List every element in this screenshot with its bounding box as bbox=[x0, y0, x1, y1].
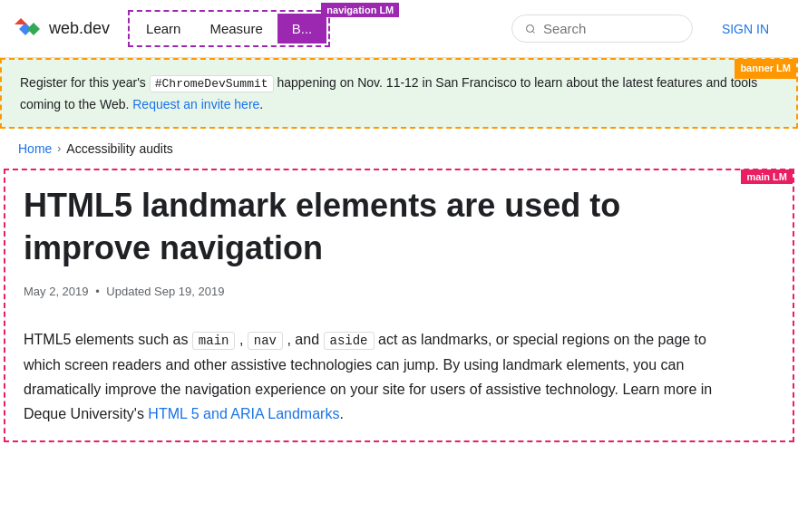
main-content: main LM HTML5 landmark elements are used… bbox=[4, 169, 794, 442]
banner-text-before: Register for this year's bbox=[20, 75, 150, 90]
search-input[interactable] bbox=[543, 21, 679, 36]
breadcrumb-home[interactable]: Home bbox=[18, 141, 52, 156]
search-area: SIGN IN bbox=[511, 15, 783, 44]
body-period: . bbox=[339, 406, 343, 421]
code-main: main bbox=[192, 332, 236, 350]
svg-point-0 bbox=[526, 24, 533, 32]
breadcrumb-separator: › bbox=[57, 142, 61, 155]
site-header: web.dev Learn Measure B... navigation LM… bbox=[0, 0, 798, 58]
code-aside: aside bbox=[324, 332, 375, 350]
article-body: HTML5 elements such as main , nav , and … bbox=[24, 327, 713, 426]
nav-item-measure[interactable]: Measure bbox=[195, 14, 277, 44]
deque-link[interactable]: HTML 5 and ARIA Landmarks bbox=[148, 406, 339, 421]
body-text-before: HTML5 elements such as bbox=[24, 332, 192, 347]
banner-lm-badge: banner LM bbox=[735, 59, 796, 79]
banner-invite-link[interactable]: Request an invite here bbox=[132, 97, 259, 111]
search-icon bbox=[525, 22, 536, 36]
date-updated: Updated Sep 19, 2019 bbox=[106, 285, 224, 298]
body-comma1: , bbox=[235, 332, 247, 347]
nav-item-learn[interactable]: Learn bbox=[131, 14, 195, 44]
svg-line-1 bbox=[532, 31, 534, 33]
logo-link[interactable]: web.dev bbox=[15, 15, 110, 43]
breadcrumb-current: Accessibility audits bbox=[66, 141, 173, 156]
body-comma2: , and bbox=[283, 332, 323, 347]
sign-in-button[interactable]: SIGN IN bbox=[707, 15, 783, 44]
banner: banner LM Register for this year's #Chro… bbox=[0, 58, 798, 129]
date-dot: • bbox=[95, 285, 100, 298]
logo-icon bbox=[15, 15, 42, 43]
breadcrumb: Home › Accessibility audits bbox=[0, 129, 798, 169]
main-nav: Learn Measure B... navigation LM bbox=[131, 14, 326, 44]
article-date: May 2, 2019 • Updated Sep 19, 2019 bbox=[24, 285, 774, 298]
main-lm-badge: main LM bbox=[741, 169, 793, 184]
banner-hashtag: #ChromeDevSummit bbox=[150, 75, 274, 92]
banner-period: . bbox=[259, 97, 263, 111]
article-title: HTML5 landmark elements are used to impr… bbox=[24, 185, 713, 270]
date-published: May 2, 2019 bbox=[24, 285, 89, 298]
logo-text: web.dev bbox=[49, 19, 110, 38]
nav-item-b[interactable]: B... bbox=[277, 14, 327, 44]
code-nav: nav bbox=[248, 332, 283, 350]
nav-lm-badge: navigation LM bbox=[321, 3, 399, 17]
search-box[interactable] bbox=[511, 15, 693, 43]
